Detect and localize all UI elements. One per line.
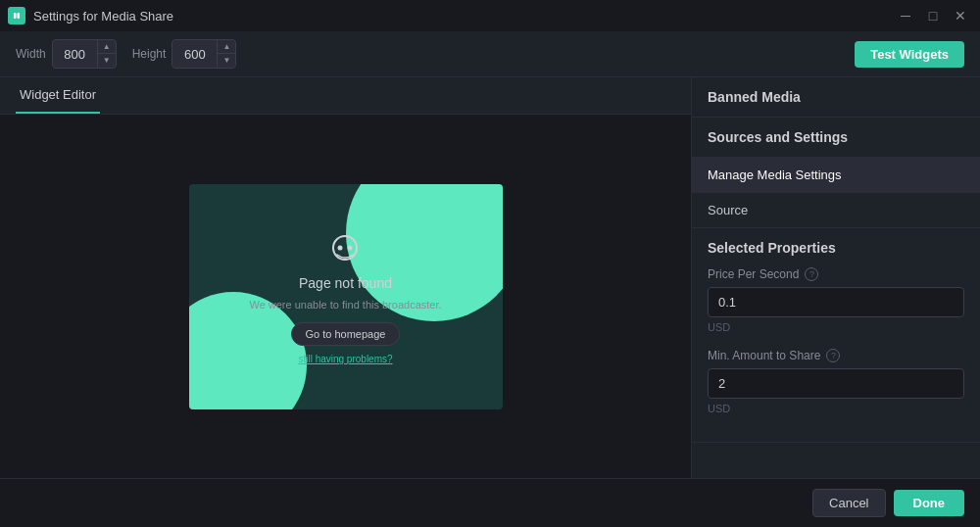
height-spinner-buttons: ▲ ▼: [217, 40, 235, 68]
width-input[interactable]: [53, 43, 97, 66]
right-panel: Banned Media Sources and Settings Manage…: [691, 77, 980, 478]
sidebar-item-manage-media[interactable]: Manage Media Settings: [692, 158, 980, 193]
selected-properties-section: Selected Properties Price Per Second ? U…: [692, 228, 980, 443]
titlebar-controls: ─ □ ✕: [894, 4, 972, 27]
price-per-second-label-text: Price Per Second: [708, 267, 799, 281]
banned-media-header: Banned Media: [692, 77, 980, 118]
titlebar-title: Settings for Media Share: [33, 9, 173, 24]
height-up-button[interactable]: ▲: [218, 40, 235, 54]
width-spinner[interactable]: ▲ ▼: [52, 39, 117, 69]
preview-area: Page not found We were unable to find th…: [0, 115, 691, 478]
min-amount-unit: USD: [708, 403, 964, 414]
price-per-second-label: Price Per Second ?: [708, 267, 964, 281]
price-per-second-unit: USD: [708, 321, 964, 333]
minimize-button[interactable]: ─: [894, 4, 917, 27]
min-amount-label-text: Min. Amount to Share: [708, 349, 820, 362]
streamlabs-icon: [325, 228, 365, 267]
svg-point-5: [348, 246, 353, 251]
titlebar: Settings for Media Share ─ □ ✕: [0, 0, 980, 31]
tab-widget-editor[interactable]: Widget Editor: [16, 77, 100, 114]
height-input[interactable]: [172, 43, 217, 66]
preview-frame: Page not found We were unable to find th…: [189, 184, 503, 409]
min-amount-input[interactable]: [708, 368, 964, 399]
left-panel: Widget Editor Page not found We were una…: [0, 77, 691, 478]
width-label: Width: [16, 47, 46, 61]
width-down-button[interactable]: ▼: [98, 54, 116, 68]
svg-point-4: [338, 246, 343, 251]
app-icon: [8, 7, 25, 24]
svg-rect-1: [14, 13, 17, 19]
maximize-button[interactable]: □: [921, 4, 945, 27]
height-down-button[interactable]: ▼: [218, 54, 235, 68]
tabs: Widget Editor: [0, 77, 691, 115]
cancel-button[interactable]: Cancel: [812, 489, 885, 517]
selected-properties-title: Selected Properties: [708, 240, 964, 256]
height-label: Height: [132, 47, 167, 61]
titlebar-left: Settings for Media Share: [8, 7, 173, 24]
footer: Cancel Done: [0, 478, 980, 527]
problems-link[interactable]: still having problems?: [298, 354, 392, 364]
width-up-button[interactable]: ▲: [98, 40, 116, 54]
height-spinner[interactable]: ▲ ▼: [172, 39, 236, 69]
price-per-second-group: Price Per Second ? USD: [708, 267, 964, 333]
test-widgets-button[interactable]: Test Widgets: [855, 41, 964, 68]
preview-not-found-subtitle: We were unable to find this broadcaster.: [249, 299, 441, 311]
svg-rect-0: [11, 10, 23, 22]
price-per-second-help-icon[interactable]: ?: [805, 267, 818, 281]
min-amount-group: Min. Amount to Share ? USD: [708, 349, 964, 414]
min-amount-help-icon[interactable]: ?: [826, 349, 840, 362]
svg-rect-3: [333, 236, 357, 260]
min-amount-label: Min. Amount to Share ?: [708, 349, 964, 362]
width-spinner-buttons: ▲ ▼: [97, 40, 116, 68]
toolbar: Width ▲ ▼ Height ▲ ▼ Test Widgets: [0, 31, 980, 77]
go-homepage-button[interactable]: Go to homepage: [291, 322, 401, 346]
sources-settings-header: Sources and Settings: [692, 118, 980, 158]
main: Widget Editor Page not found We were una…: [0, 77, 980, 478]
done-button[interactable]: Done: [894, 490, 965, 516]
preview-content: Page not found We were unable to find th…: [249, 228, 441, 364]
close-button[interactable]: ✕: [949, 4, 972, 27]
preview-not-found-title: Page not found: [299, 275, 392, 291]
price-per-second-input[interactable]: [708, 287, 964, 317]
width-group: Width ▲ ▼: [16, 39, 117, 69]
svg-rect-2: [18, 13, 21, 19]
height-group: Height ▲ ▼: [132, 39, 237, 69]
sidebar-item-source[interactable]: Source: [692, 193, 980, 228]
